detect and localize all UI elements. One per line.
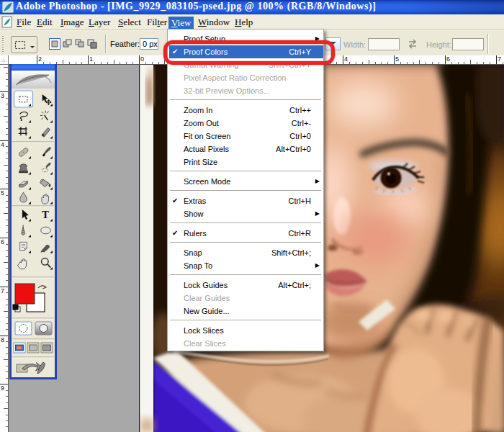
svg-text:T: T — [42, 209, 49, 220]
